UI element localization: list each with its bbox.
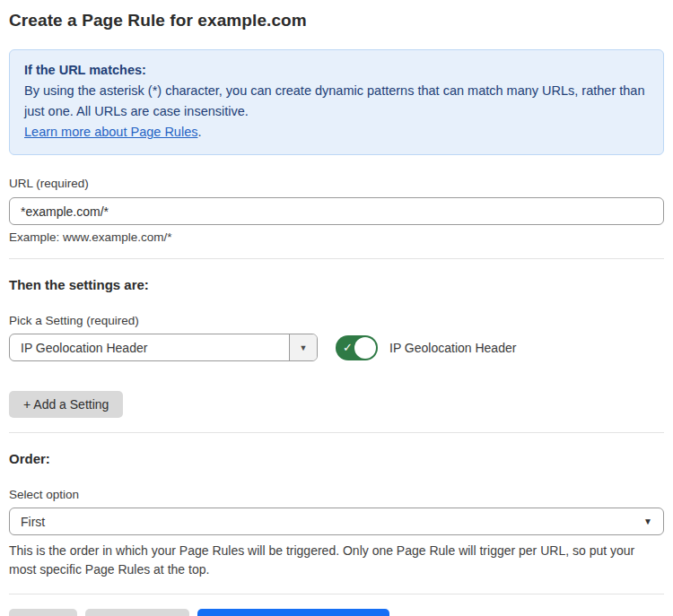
save-draft-button[interactable]: Save as Draft xyxy=(85,609,190,616)
url-match-info-box: If the URL matches: By using the asteris… xyxy=(9,49,664,155)
page-title: Create a Page Rule for example.com xyxy=(9,11,664,30)
check-icon: ✓ xyxy=(343,342,353,353)
setting-dropdown-button[interactable]: ▼ xyxy=(289,334,317,360)
pick-setting-label: Pick a Setting (required) xyxy=(9,314,664,327)
setting-row: IP Geolocation Header ▼ ✓ IP Geolocation… xyxy=(9,334,664,361)
order-section-heading: Order: xyxy=(9,451,664,466)
toggle-label: IP Geolocation Header xyxy=(389,341,516,355)
link-suffix: . xyxy=(197,125,201,139)
setting-dropdown[interactable]: IP Geolocation Header ▼ xyxy=(9,334,318,361)
toggle-knob xyxy=(354,337,376,359)
order-select[interactable]: First ▼ xyxy=(9,508,664,535)
url-field-label: URL (required) xyxy=(9,177,664,190)
divider-after-order xyxy=(9,594,664,594)
order-select-value: First xyxy=(21,515,45,529)
setting-dropdown-value: IP Geolocation Header xyxy=(10,334,289,360)
footer-actions: Cancel Save as Draft Save and Deploy Pag… xyxy=(9,609,664,616)
url-example-helper: Example: www.example.com/* xyxy=(9,230,664,244)
select-option-label: Select option xyxy=(9,488,664,501)
info-box-heading: If the URL matches: xyxy=(24,60,649,81)
save-deploy-button[interactable]: Save and Deploy Page Rule xyxy=(197,609,389,616)
chevron-down-icon: ▼ xyxy=(643,516,652,526)
info-box-link-row: Learn more about Page Rules. xyxy=(24,122,649,143)
page-rule-form: Create a Page Rule for example.com If th… xyxy=(0,0,673,616)
learn-more-link[interactable]: Learn more about Page Rules xyxy=(24,125,197,139)
chevron-down-icon: ▼ xyxy=(300,343,308,352)
geolocation-toggle-group: ✓ IP Geolocation Header xyxy=(336,335,516,360)
cancel-button[interactable]: Cancel xyxy=(9,609,77,616)
url-input[interactable] xyxy=(9,197,664,225)
divider-after-url xyxy=(9,258,664,259)
info-box-body: By using the asterisk (*) character, you… xyxy=(24,81,649,122)
divider-after-settings xyxy=(9,432,664,433)
geolocation-toggle[interactable]: ✓ xyxy=(336,335,378,360)
add-setting-button[interactable]: + Add a Setting xyxy=(9,391,123,418)
settings-section-heading: Then the settings are: xyxy=(9,277,664,292)
order-helper-text: This is the order in which your Page Rul… xyxy=(9,542,664,579)
